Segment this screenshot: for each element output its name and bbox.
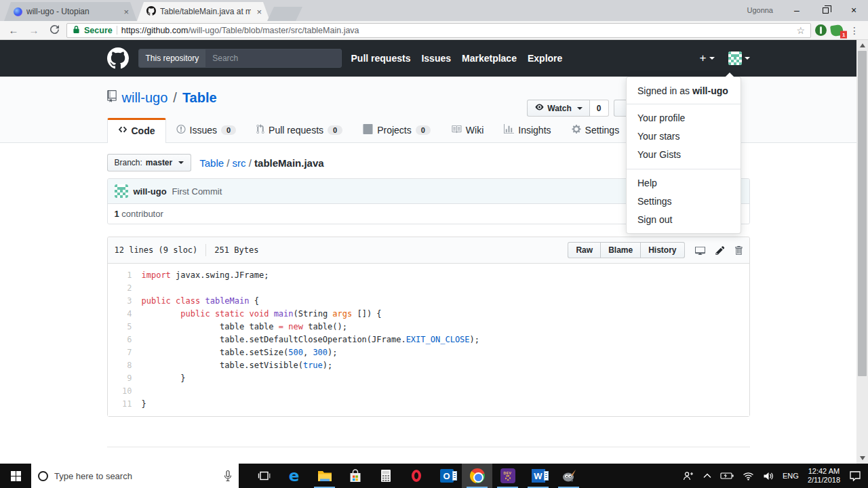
taskbar-store-icon[interactable]	[340, 464, 370, 488]
menu-item-help[interactable]: Help	[627, 174, 741, 192]
commit-author-avatar[interactable]	[115, 184, 128, 198]
menu-item-your-profile[interactable]: Your profile	[627, 109, 741, 127]
scroll-up-icon[interactable]	[860, 43, 865, 47]
line-number[interactable]: 8	[108, 359, 142, 372]
taskbar-dev-cpp-icon[interactable]: DEV	[492, 464, 523, 488]
start-button[interactable]	[0, 464, 31, 488]
file-action-buttons: Raw Blame History	[568, 242, 684, 258]
url-text: https://github.com/will-ugo/Table/blob/m…	[121, 26, 359, 35]
repo-owner-link[interactable]: will-ugo	[122, 90, 168, 106]
forward-button[interactable]: →	[26, 24, 42, 36]
restore-button[interactable]	[811, 0, 840, 20]
browser-menu-icon[interactable]: ⋮	[847, 25, 863, 36]
page-scrollbar[interactable]	[856, 40, 868, 464]
tab-issues[interactable]: Issues0	[166, 118, 247, 142]
user-avatar-button[interactable]	[728, 52, 750, 65]
browser-tab-github[interactable]: Table/tableMain.java at m ×	[137, 2, 270, 21]
blame-button[interactable]: Blame	[600, 242, 641, 258]
menu-item-your-stars[interactable]: Your stars	[627, 127, 741, 146]
address-bar[interactable]: Secure https://github.com/will-ugo/Table…	[66, 23, 811, 38]
tab-insights[interactable]: Insights	[494, 118, 561, 142]
extension-badge: 1	[840, 30, 847, 38]
taskbar-task-view-icon[interactable]	[248, 464, 279, 488]
nav-issues[interactable]: Issues	[421, 53, 451, 64]
line-number[interactable]: 10	[108, 385, 142, 398]
close-button[interactable]: ×	[840, 0, 868, 20]
commit-message-link[interactable]: First Commit	[172, 186, 222, 197]
browser-tab-utopian[interactable]: will-ugo - Utopian ×	[4, 2, 137, 21]
nav-marketplace[interactable]: Marketplace	[462, 53, 517, 64]
line-number[interactable]: 7	[108, 346, 142, 359]
github-search-input[interactable]: Search	[205, 49, 245, 67]
speaker-icon[interactable]	[763, 472, 774, 481]
tab-wiki[interactable]: Wiki	[441, 118, 494, 142]
scrollbar-thumb[interactable]	[858, 51, 867, 376]
line-number[interactable]: 11	[108, 398, 142, 411]
github-logo-icon[interactable]	[107, 47, 129, 69]
taskbar-edge-icon[interactable]: e	[279, 464, 309, 488]
taskbar-outlook-icon[interactable]: O	[431, 464, 462, 488]
scroll-down-icon[interactable]	[860, 456, 865, 460]
cortana-icon	[38, 471, 48, 481]
line-number[interactable]: 2	[108, 282, 142, 295]
menu-item-settings[interactable]: Settings	[627, 192, 741, 211]
taskbar-chrome-icon[interactable]	[462, 464, 492, 488]
branch-selector-button[interactable]: Branch: master	[107, 154, 192, 171]
clock[interactable]: 12:42 AM 2/11/2018	[808, 467, 840, 485]
repo-name-link[interactable]: Table	[182, 90, 217, 106]
tab-code[interactable]: Code	[107, 118, 166, 143]
refresh-button[interactable]	[46, 24, 62, 36]
lock-icon	[73, 25, 80, 36]
minimize-button[interactable]: –	[783, 0, 811, 20]
nav-explore[interactable]: Explore	[528, 53, 562, 64]
history-button[interactable]: History	[640, 242, 684, 258]
chevron-up-icon[interactable]	[703, 473, 711, 479]
action-center-icon[interactable]	[849, 470, 861, 481]
menu-item-sign-out[interactable]: Sign out	[627, 211, 741, 229]
line-number[interactable]: 1	[108, 269, 142, 282]
branch-name: master	[146, 158, 172, 167]
line-number[interactable]: 9	[108, 372, 142, 385]
wifi-icon[interactable]	[743, 472, 754, 481]
code-text: table.setVisible(true);	[142, 359, 333, 372]
extension-with-badge-icon[interactable]: 1	[830, 24, 844, 36]
watch-button[interactable]: Watch	[527, 100, 590, 117]
menu-item-your-gists[interactable]: Your Gists	[627, 146, 741, 164]
tab-pull-requests[interactable]: Pull requests0	[246, 118, 353, 142]
nav-pull-requests[interactable]: Pull requests	[351, 53, 411, 64]
tab-close-icon[interactable]: ×	[255, 7, 263, 17]
watch-count[interactable]: 0	[590, 100, 609, 117]
open-in-desktop-icon[interactable]	[694, 245, 706, 256]
line-number[interactable]: 4	[108, 308, 142, 321]
tab-settings[interactable]: Settings	[561, 118, 630, 142]
taskbar-calculator-icon[interactable]	[370, 464, 401, 488]
back-button[interactable]: ←	[5, 24, 22, 36]
signed-in-header: Signed in as will-ugo	[627, 80, 741, 99]
tab-close-icon[interactable]: ×	[122, 7, 130, 17]
language-indicator[interactable]: ENG	[783, 472, 799, 480]
microphone-icon[interactable]	[224, 470, 232, 483]
taskbar-opera-icon[interactable]	[401, 464, 431, 488]
edit-icon[interactable]	[715, 245, 725, 256]
create-new-button[interactable]: +	[700, 52, 715, 65]
taskbar-file-explorer-icon[interactable]	[309, 464, 340, 488]
tab-projects[interactable]: Projects0	[353, 118, 441, 142]
breadcrumb-link-repo[interactable]: Table	[199, 157, 224, 169]
breadcrumb-link-src[interactable]: src	[233, 157, 246, 169]
github-search-box[interactable]: This repository Search	[138, 49, 342, 68]
bookmark-star-icon[interactable]: ☆	[796, 25, 805, 36]
line-number[interactable]: 6	[108, 333, 142, 346]
commit-author-link[interactable]: will-ugo	[134, 186, 167, 197]
battery-icon[interactable]	[720, 472, 734, 480]
delete-icon[interactable]	[734, 245, 743, 256]
new-tab-button[interactable]	[267, 7, 302, 21]
line-number[interactable]: 3	[108, 295, 142, 308]
taskbar-word-icon[interactable]: W	[523, 464, 553, 488]
taskbar-search-box[interactable]: Type here to search	[31, 464, 239, 488]
line-number[interactable]: 5	[108, 321, 142, 333]
taskbar-gimp-icon[interactable]	[553, 464, 584, 488]
raw-button[interactable]: Raw	[568, 242, 601, 258]
people-icon[interactable]	[682, 470, 694, 481]
green-circle-extension-icon[interactable]	[815, 24, 827, 36]
browser-profile-button[interactable]: Ugonna	[747, 6, 773, 14]
